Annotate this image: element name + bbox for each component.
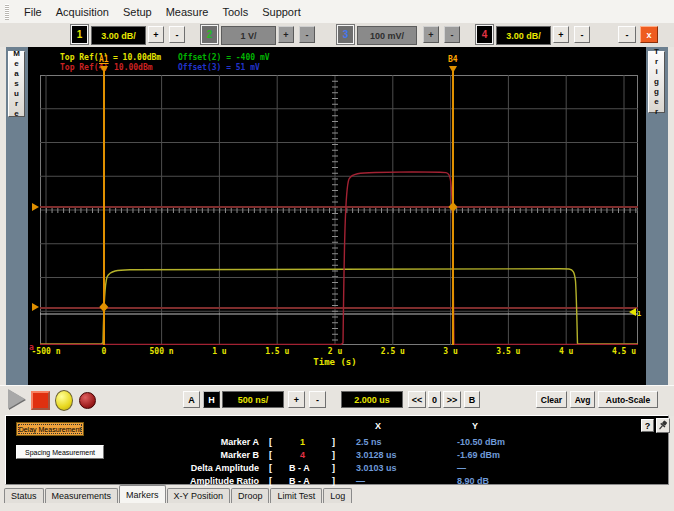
marker-b-source[interactable]: 4: [300, 450, 305, 460]
ratio-y-value: 8.90 dB: [457, 476, 489, 486]
bottom-tab-bar: Status Measurements Markers X-Y Position…: [4, 486, 353, 503]
offset3-annotation: Offset(3) = 51 mV: [178, 63, 260, 72]
channel-1-scale-display: 3.00 dB/: [91, 26, 146, 45]
channel-4-trace: [40, 172, 638, 345]
delay-rewind-button[interactable]: <<: [408, 391, 426, 408]
auto-scale-button[interactable]: Auto-Scale: [598, 391, 658, 408]
left-ref-arrow-lower-icon[interactable]: [32, 303, 39, 311]
delay-zero-button[interactable]: 0: [428, 391, 441, 408]
timebase-a-button[interactable]: A: [183, 391, 200, 408]
menu-acquisition[interactable]: Acquisition: [49, 4, 116, 20]
avg-button[interactable]: Avg: [570, 391, 595, 408]
tab-log[interactable]: Log: [323, 488, 352, 503]
x-tick-0: -500 n: [32, 347, 61, 356]
pin-button[interactable]: [656, 418, 670, 433]
menu-tools[interactable]: Tools: [215, 4, 255, 20]
help-button[interactable]: ?: [641, 419, 654, 432]
delta-source: B - A: [289, 463, 310, 473]
channel-4-scale-decrease-button[interactable]: -: [574, 26, 590, 43]
measurement-row-label: Delta Amplitude: [109, 463, 259, 473]
channel-3-scale-decrease-button[interactable]: -: [444, 26, 460, 43]
x-tick-2: 500 n: [150, 347, 174, 356]
channel-2-button[interactable]: 2: [202, 26, 217, 43]
channel-3-scale-display: 100 mV/: [357, 26, 417, 45]
channel-1-scale-decrease-button[interactable]: -: [169, 26, 185, 43]
channel-4-button[interactable]: 4: [477, 26, 492, 43]
tab-markers[interactable]: Markers: [119, 485, 166, 503]
clear-button[interactable]: Clear: [536, 391, 567, 408]
channel-2-scale-decrease-button[interactable]: -: [299, 26, 315, 43]
delay-measurement-button[interactable]: Delay Measurement: [16, 422, 84, 436]
x-tick-1: 0: [101, 347, 106, 356]
bracket-open: [: [269, 437, 272, 447]
menu-support[interactable]: Support: [255, 4, 308, 20]
tab-limit-test[interactable]: Limit Test: [270, 488, 322, 503]
marker-a-source[interactable]: 1: [300, 437, 305, 447]
delta-x-value: 3.0103 us: [356, 463, 397, 473]
bracket-open: [: [269, 476, 272, 486]
left-ref-arrow-upper-icon[interactable]: [32, 203, 39, 211]
channel-1-ground-arrow-icon[interactable]: [629, 308, 636, 316]
bracket-open: [: [269, 463, 272, 473]
channel-1-trace: [40, 269, 638, 344]
tab-droop[interactable]: Droop: [231, 488, 270, 503]
channel-2-scale-increase-button[interactable]: +: [278, 26, 294, 43]
marker-b-y-value: -1.69 dBm: [457, 450, 500, 460]
x-tick-7: 3 u: [443, 347, 457, 356]
run-play-icon[interactable]: [8, 389, 25, 409]
spacing-measurement-button[interactable]: Spacing Measurement: [16, 445, 104, 459]
oscilloscope-app-window: File Acquisition Setup Measure Tools Sup…: [0, 0, 674, 511]
yellow-indicator-light[interactable]: [55, 390, 73, 411]
marker-a-y-value: -10.50 dBm: [457, 437, 505, 447]
channel-3-button[interactable]: 3: [338, 26, 353, 43]
x-tick-9: 4 u: [559, 347, 573, 356]
channel-4-scale-increase-button[interactable]: +: [553, 26, 569, 43]
timebase-b-button[interactable]: B: [464, 391, 480, 408]
bracket-close: ]: [332, 450, 335, 460]
plot-svg: [40, 75, 638, 345]
close-button[interactable]: x: [640, 26, 658, 43]
tab-xy-position[interactable]: X-Y Position: [167, 488, 230, 503]
channel-3-scale-increase-button[interactable]: +: [423, 26, 439, 43]
marker-a-label: A1: [99, 55, 109, 64]
timebase-decrease-button[interactable]: -: [309, 391, 326, 408]
grid-lines: [40, 75, 638, 345]
right-side-panel: Trigger: [646, 47, 668, 385]
marker-b-label: B4: [448, 55, 458, 64]
timebase-h-button[interactable]: H: [203, 391, 220, 408]
marker-measurement-panel: Delay Measurement Spacing Measurement X …: [5, 415, 669, 485]
scope-region: Measure Trigger Top Ref(1) = 10.00dBm Of…: [0, 47, 674, 385]
marker-a-arrow-icon: [100, 66, 108, 73]
x-tick-8: 3.5 u: [496, 347, 520, 356]
menu-file[interactable]: File: [17, 4, 49, 20]
bracket-open: [: [269, 450, 272, 460]
delay-forward-button[interactable]: >>: [443, 391, 461, 408]
bracket-close: ]: [332, 463, 335, 473]
marker-b-line[interactable]: [452, 71, 454, 345]
trigger-panel-button[interactable]: Trigger: [648, 51, 665, 113]
column-header-y: Y: [472, 421, 478, 431]
timebase-scale-display: 500 ns/: [222, 391, 284, 408]
red-indicator-light[interactable]: [79, 392, 96, 409]
timebase-increase-button[interactable]: +: [288, 391, 305, 408]
channel-1-scale-increase-button[interactable]: +: [148, 26, 164, 43]
menu-setup[interactable]: Setup: [116, 4, 159, 20]
stop-button[interactable]: [31, 391, 50, 410]
marker-a-line[interactable]: [103, 71, 105, 345]
left-side-panel: Measure: [6, 47, 28, 385]
x-axis-title: Time (s): [313, 357, 356, 367]
channel-toolbar: 1 3.00 dB/ + - 2 1 V/ + - 3 100 mV/ + - …: [0, 23, 674, 48]
marker-b-x-value: 3.0128 us: [356, 450, 397, 460]
menu-measure[interactable]: Measure: [159, 4, 216, 20]
tab-status[interactable]: Status: [4, 488, 44, 503]
minimize-button[interactable]: -: [618, 26, 636, 43]
tab-measurements[interactable]: Measurements: [45, 488, 119, 503]
bracket-close: ]: [332, 476, 335, 486]
channel-1-button[interactable]: 1: [72, 26, 87, 43]
waveform-display[interactable]: Top Ref(1) = 10.00dBm Offset(2) = -400 m…: [28, 47, 646, 385]
menu-bar: File Acquisition Setup Measure Tools Sup…: [0, 0, 674, 23]
delta-y-value: —: [457, 463, 466, 473]
graticule-plot: [40, 75, 638, 345]
measure-panel-button[interactable]: Measure: [8, 51, 25, 117]
bracket-close: ]: [332, 437, 335, 447]
